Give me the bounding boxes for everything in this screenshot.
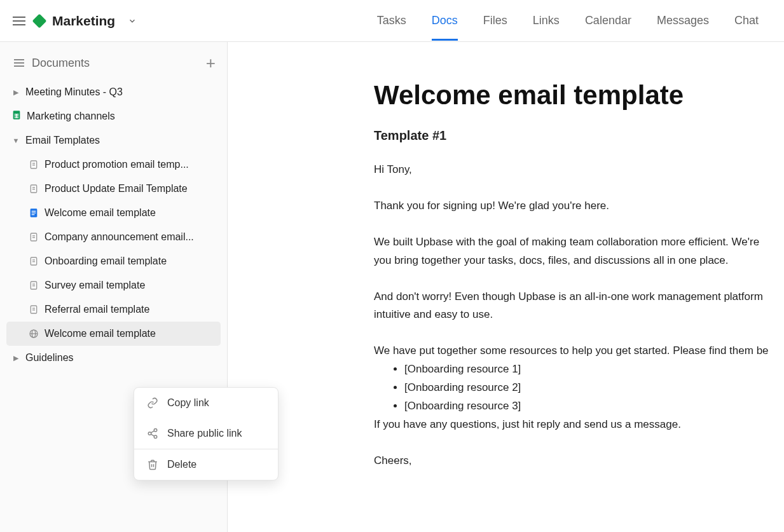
- link-icon: [147, 397, 158, 409]
- svg-rect-14: [32, 214, 35, 215]
- app-header: Marketing Tasks Docs Files Links Calenda…: [0, 0, 784, 42]
- tree-item-referral[interactable]: Referral email template: [6, 297, 221, 322]
- paragraph-5: If you have any questions, just hit repl…: [374, 416, 784, 434]
- document-title: Welcome email template: [374, 80, 784, 111]
- list-item: [Onboarding resource 1]: [404, 360, 784, 379]
- tab-chat[interactable]: Chat: [734, 1, 759, 41]
- sheets-icon: [11, 110, 22, 123]
- document-tree: ▶ Meeting Minutes - Q3 ▶ Marketing chann…: [0, 80, 227, 370]
- menu-label: Copy link: [167, 397, 209, 409]
- tree-item-product-promotion[interactable]: Product promotion email temp...: [6, 153, 221, 177]
- signoff: Cheers,: [374, 452, 784, 470]
- list-icon: [14, 59, 24, 67]
- tree-item-label: Company announcement email...: [45, 231, 194, 243]
- menu-copy-link[interactable]: Copy link: [134, 388, 278, 418]
- document-body: Hi Tony, Thank you for signing up! We're…: [374, 161, 784, 470]
- svg-rect-12: [32, 211, 36, 212]
- tree-item-meeting-minutes[interactable]: ▶ Meeting Minutes - Q3: [6, 80, 221, 104]
- tree-item-product-update[interactable]: Product Update Email Template: [6, 177, 221, 201]
- caret-right-icon: ▶: [11, 354, 20, 362]
- greeting-line: Hi Tony,: [374, 161, 784, 179]
- tree-item-label: Onboarding email template: [45, 256, 167, 267]
- nav-tabs: Tasks Docs Files Links Calendar Messages…: [377, 0, 771, 41]
- caret-right-icon: ▶: [11, 88, 20, 97]
- tree-item-survey[interactable]: Survey email template: [6, 273, 221, 297]
- tab-messages[interactable]: Messages: [657, 1, 709, 41]
- list-item: [Onboarding resource 2]: [404, 379, 784, 397]
- paragraph-2b: you bring together your tasks, docs, fil…: [374, 252, 784, 270]
- sidebar-header: Documents +: [0, 50, 227, 80]
- tab-docs[interactable]: Docs: [432, 1, 458, 41]
- tab-calendar[interactable]: Calendar: [585, 1, 631, 41]
- workspace-title[interactable]: Marketing: [52, 13, 115, 29]
- globe-icon: [28, 328, 39, 339]
- list-item: [Onboarding resource 3]: [404, 397, 784, 416]
- svg-point-30: [154, 429, 157, 432]
- tab-tasks[interactable]: Tasks: [377, 1, 406, 41]
- sidebar-title: Documents: [32, 57, 90, 70]
- tree-item-marketing-channels[interactable]: ▶ Marketing channels: [6, 104, 221, 128]
- tree-item-label: Referral email template: [45, 304, 149, 315]
- svg-point-32: [154, 435, 157, 439]
- tree-item-label: Marketing channels: [27, 111, 115, 122]
- tree-item-label: Survey email template: [45, 280, 145, 291]
- svg-line-33: [151, 431, 154, 433]
- tree-item-welcome-public[interactable]: Welcome email template: [6, 322, 221, 346]
- header-left: Marketing: [13, 13, 137, 29]
- menu-label: Delete: [167, 459, 196, 470]
- tree-item-welcome-gdoc[interactable]: Welcome email template: [6, 201, 221, 225]
- add-document-button[interactable]: +: [206, 55, 216, 71]
- menu-share-public[interactable]: Share public link: [134, 418, 278, 449]
- tree-item-label: Product Update Email Template: [45, 183, 188, 194]
- tree-item-company-announcement[interactable]: Company announcement email...: [6, 225, 221, 249]
- paragraph-1: Thank you for signing up! We're glad you…: [374, 197, 784, 215]
- menu-delete[interactable]: Delete: [134, 449, 278, 480]
- doc-icon: [28, 256, 39, 267]
- menu-label: Share public link: [167, 428, 242, 439]
- resource-list: [Onboarding resource 1] [Onboarding reso…: [374, 360, 784, 416]
- doc-icon: [28, 280, 39, 291]
- tree-item-label: Email Templates: [25, 135, 100, 146]
- doc-icon: [28, 183, 39, 194]
- tree-item-guidelines[interactable]: ▶ Guidelines: [6, 346, 221, 370]
- tab-files[interactable]: Files: [483, 1, 507, 41]
- svg-line-34: [151, 434, 154, 436]
- tree-item-onboarding[interactable]: Onboarding email template: [6, 249, 221, 273]
- doc-icon: [28, 231, 39, 243]
- tab-links[interactable]: Links: [533, 1, 560, 41]
- section-heading: Template #1: [374, 128, 784, 143]
- svg-rect-13: [32, 212, 36, 213]
- paragraph-2a: We built Upbase with the goal of making …: [374, 233, 784, 252]
- tree-item-label: Guidelines: [25, 352, 74, 364]
- tree-item-label: Welcome email template: [45, 328, 156, 339]
- paragraph-3b: intuitive and easy to use.: [374, 306, 784, 324]
- workspace-logo-icon: [32, 13, 47, 28]
- tree-item-label: Welcome email template: [45, 207, 156, 219]
- menu-icon[interactable]: [13, 17, 25, 25]
- paragraph-4: We have put together some resources to h…: [374, 342, 784, 360]
- tree-item-label: Meeting Minutes - Q3: [25, 86, 123, 98]
- trash-icon: [147, 459, 158, 470]
- svg-point-31: [148, 432, 151, 435]
- document-viewer: Welcome email template Template #1 Hi To…: [228, 42, 784, 532]
- paragraph-3a: And don't worry! Even though Upbase is a…: [374, 288, 784, 306]
- context-menu: Copy link Share public link Delete: [134, 387, 279, 481]
- google-doc-icon: [28, 207, 39, 219]
- doc-icon: [28, 159, 39, 170]
- chevron-down-icon[interactable]: [128, 17, 137, 25]
- caret-down-icon: ▼: [11, 137, 20, 144]
- share-icon: [147, 428, 158, 439]
- tree-item-email-templates[interactable]: ▼ Email Templates: [6, 128, 221, 153]
- svg-rect-4: [16, 114, 17, 118]
- tree-item-label: Product promotion email temp...: [45, 159, 189, 170]
- doc-icon: [28, 304, 39, 315]
